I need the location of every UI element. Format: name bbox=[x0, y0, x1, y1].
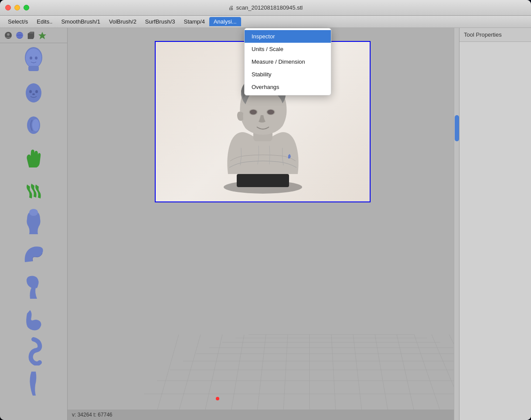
maximize-button[interactable] bbox=[24, 5, 29, 10]
sidebar-tool-head[interactable] bbox=[2, 45, 65, 76]
svg-point-50 bbox=[250, 110, 257, 115]
close-button[interactable] bbox=[5, 5, 11, 10]
grid-floor bbox=[135, 289, 454, 411]
svg-point-9 bbox=[26, 48, 41, 68]
dropdown-inspector[interactable]: Inspector bbox=[245, 30, 331, 43]
svg-line-30 bbox=[157, 335, 179, 411]
sidebar-top-icons bbox=[0, 28, 67, 43]
svg-line-31 bbox=[179, 335, 201, 411]
scrollbar-thumb[interactable] bbox=[455, 115, 459, 141]
sidebar-star-icon[interactable] bbox=[37, 31, 47, 40]
svg-point-1 bbox=[7, 33, 10, 36]
main-window: 🖨 scan_20120818180945.stl Select/s Edits… bbox=[0, 0, 531, 420]
sidebar-face-icon[interactable] bbox=[3, 31, 13, 40]
sidebar-sphere-icon[interactable] bbox=[15, 31, 24, 40]
analysis-dropdown: Inspector Units / Scale Measure / Dimens… bbox=[244, 28, 331, 96]
svg-line-34 bbox=[257, 335, 266, 411]
svg-point-14 bbox=[29, 90, 32, 93]
minimize-button[interactable] bbox=[14, 5, 20, 10]
sidebar-tool-snake[interactable] bbox=[2, 335, 65, 367]
svg-point-52 bbox=[267, 110, 274, 115]
svg-line-43 bbox=[449, 335, 454, 411]
dropdown-units-scale[interactable]: Units / Scale bbox=[245, 43, 331, 55]
svg-point-16 bbox=[32, 93, 35, 95]
status-text: v: 34264 t: 67746 bbox=[72, 412, 112, 418]
title-bar: 🖨 scan_20120818180945.stl bbox=[0, 0, 531, 16]
svg-line-42 bbox=[432, 335, 454, 411]
sidebar-tool-leg[interactable] bbox=[2, 368, 65, 399]
svg-point-12 bbox=[35, 56, 37, 59]
svg-point-15 bbox=[35, 90, 38, 93]
svg-line-32 bbox=[205, 335, 222, 411]
svg-line-37 bbox=[331, 335, 336, 411]
menu-select[interactable]: Select/s bbox=[3, 17, 32, 26]
menu-smoothbrush[interactable]: SmoothBrush/1 bbox=[57, 17, 105, 26]
sidebar-tool-list bbox=[0, 43, 67, 420]
dropdown-stability[interactable]: Stability bbox=[245, 68, 331, 81]
tool-properties-content bbox=[460, 42, 531, 420]
menu-bar: Select/s Edits.. SmoothBrush/1 VolBrush/… bbox=[0, 16, 531, 28]
svg-line-38 bbox=[353, 335, 362, 411]
svg-line-35 bbox=[283, 335, 288, 411]
svg-rect-10 bbox=[28, 66, 39, 71]
svg-line-39 bbox=[375, 335, 388, 411]
red-indicator bbox=[216, 397, 219, 400]
sidebar-tool-foot[interactable] bbox=[2, 303, 65, 335]
menu-volbrush[interactable]: VolBrush/2 bbox=[105, 17, 141, 26]
svg-marker-6 bbox=[28, 32, 34, 34]
left-sidebar bbox=[0, 28, 68, 420]
svg-point-18 bbox=[32, 119, 39, 131]
file-icon: 🖨 bbox=[228, 5, 234, 11]
dropdown-overhangs[interactable]: Overhangs bbox=[245, 81, 331, 93]
traffic-lights bbox=[5, 5, 29, 10]
menu-stamp[interactable]: Stamp/4 bbox=[180, 17, 209, 26]
sidebar-tool-body[interactable] bbox=[2, 206, 65, 238]
sidebar-tool-wing[interactable] bbox=[2, 239, 65, 270]
status-bar: v: 34264 t: 67746 bbox=[68, 410, 454, 420]
svg-point-2 bbox=[16, 32, 23, 39]
sidebar-tool-check[interactable] bbox=[2, 174, 65, 205]
svg-line-33 bbox=[231, 335, 244, 411]
right-panel: Tool Properties bbox=[459, 28, 531, 420]
svg-marker-7 bbox=[38, 32, 46, 39]
svg-rect-47 bbox=[237, 174, 289, 187]
sidebar-cube-icon[interactable] bbox=[26, 31, 36, 40]
svg-line-40 bbox=[397, 335, 414, 411]
menu-analysis[interactable]: Analysi... bbox=[209, 17, 241, 26]
scrollbar-track[interactable] bbox=[454, 28, 459, 420]
sidebar-tool-face[interactable] bbox=[2, 77, 65, 109]
tool-properties-header: Tool Properties bbox=[460, 28, 531, 42]
menu-edits[interactable]: Edits.. bbox=[32, 17, 57, 26]
menu-surfbrush[interactable]: SurfBrush/3 bbox=[141, 17, 180, 26]
dropdown-measure[interactable]: Measure / Dimension bbox=[245, 55, 331, 68]
sidebar-tool-hand[interactable] bbox=[2, 142, 65, 173]
sidebar-tool-figure[interactable] bbox=[2, 271, 65, 302]
svg-point-19 bbox=[29, 209, 38, 216]
svg-point-11 bbox=[30, 56, 32, 59]
svg-point-13 bbox=[26, 83, 41, 102]
sidebar-tool-ear[interactable] bbox=[2, 109, 65, 141]
window-title: 🖨 scan_20120818180945.stl bbox=[228, 4, 303, 11]
